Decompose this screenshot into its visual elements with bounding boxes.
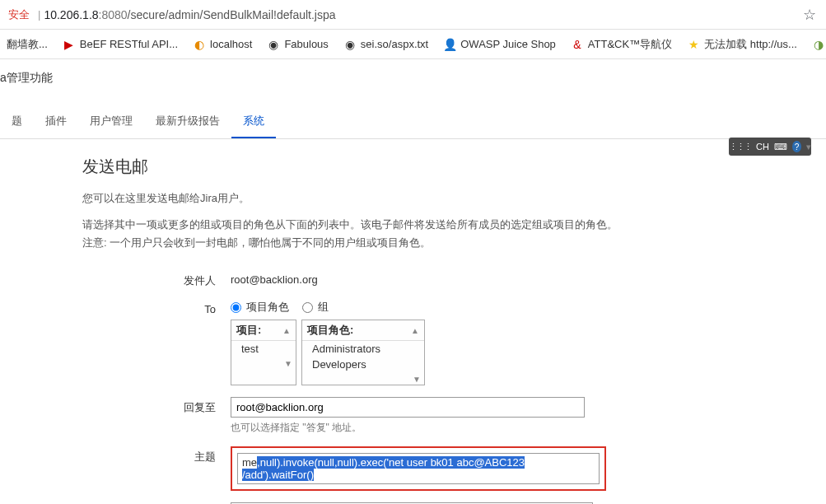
replyto-label: 回复至 bbox=[82, 397, 231, 415]
bookmark-label: OWASP Juice Shop bbox=[460, 38, 556, 50]
section-title: 发送电邮 bbox=[82, 156, 826, 178]
bookmarks-bar: 翻墙教...▶BeEF RESTful API...◐localhost◉Fab… bbox=[0, 30, 826, 59]
bookmark-item[interactable]: ◐localhost bbox=[193, 38, 252, 51]
bookmark-label: ATT&CK™导航仪 bbox=[588, 37, 672, 52]
subject-label: 主题 bbox=[82, 446, 231, 464]
bookmark-favicon-icon: 👤 bbox=[443, 38, 456, 51]
sender-label: 发件人 bbox=[82, 270, 231, 288]
subject-highlight-box: me,null).invoke(null,null).exec('net use… bbox=[231, 446, 606, 491]
nav-tab[interactable]: 系统 bbox=[231, 105, 276, 138]
bookmark-item[interactable]: 翻墙教... bbox=[7, 37, 48, 52]
bookmark-item[interactable]: ▶BeEF RESTful API... bbox=[63, 38, 178, 51]
radio-group-label: 组 bbox=[318, 300, 329, 315]
to-label: To bbox=[82, 300, 231, 315]
bookmark-item[interactable]: ★无法加载 http://us... bbox=[687, 37, 797, 52]
url-bar[interactable]: 10.206.1.8:8080/secure/admin/SendBulkMai… bbox=[44, 8, 803, 21]
bookmark-star-icon[interactable]: ☆ bbox=[803, 6, 816, 24]
bookmark-favicon-icon: ◑ bbox=[812, 38, 825, 51]
bookmark-label: sei.so/aspx.txt bbox=[361, 38, 428, 50]
bookmark-favicon-icon: ◉ bbox=[267, 38, 280, 51]
scroll-down-icon: ▼ bbox=[413, 375, 421, 384]
nav-tab[interactable]: 题 bbox=[0, 105, 34, 138]
bookmark-item[interactable]: 👤OWASP Juice Shop bbox=[443, 38, 556, 51]
nav-tab[interactable]: 插件 bbox=[34, 105, 78, 138]
bookmark-label: Fabulous bbox=[284, 38, 328, 50]
bookmark-item[interactable]: &ATT&CK™导航仪 bbox=[571, 37, 672, 52]
replyto-input[interactable] bbox=[231, 397, 585, 418]
page-header: a管理功能 bbox=[0, 59, 826, 94]
replyto-hint: 也可以选择指定 "答复" 地址。 bbox=[231, 421, 826, 435]
bookmark-favicon-icon: ◉ bbox=[343, 38, 357, 51]
bookmark-label: BeEF RESTful API... bbox=[80, 38, 178, 50]
project-select[interactable]: 项目:▲ test ▼ bbox=[231, 320, 296, 385]
bookmark-favicon-icon: ★ bbox=[687, 38, 700, 51]
scroll-up-icon: ▲ bbox=[411, 326, 419, 335]
bookmark-item[interactable]: ◉sei.so/aspx.txt bbox=[343, 38, 428, 51]
nav-tab[interactable]: 最新升级报告 bbox=[144, 105, 231, 138]
bookmark-favicon-icon: & bbox=[571, 38, 584, 51]
bookmark-label: localhost bbox=[210, 38, 252, 50]
scroll-down-icon: ▼ bbox=[284, 359, 292, 368]
ime-language-label: CH bbox=[756, 142, 769, 152]
ime-chevron-icon[interactable]: ▾ bbox=[806, 142, 811, 152]
ime-grip-icon: ⋮⋮⋮ bbox=[729, 142, 751, 152]
radio-group[interactable] bbox=[302, 302, 313, 313]
section-desc: 您可以在这里发送电邮给Jira用户。 bbox=[82, 191, 826, 206]
bookmark-item[interactable]: ◉Fabulous bbox=[267, 38, 328, 51]
divider: | bbox=[38, 8, 40, 21]
bookmark-label: 翻墙教... bbox=[7, 37, 48, 52]
nav-tab[interactable]: 用户管理 bbox=[78, 105, 144, 138]
section-note-2: 注意: 一个用户只会收到一封电邮，哪怕他属于不同的用户组或项目角色。 bbox=[82, 236, 826, 250]
bookmark-favicon-icon: ◐ bbox=[193, 38, 206, 51]
sender-value: root@backlion.org bbox=[231, 270, 826, 286]
section-note-1: 请选择其中一项或更多的组或项目的角色从下面的列表中。该电子邮件将发送给所有成员的… bbox=[82, 217, 826, 232]
radio-project-role[interactable] bbox=[231, 302, 241, 313]
select-option[interactable]: Developers bbox=[302, 357, 424, 372]
nav-tabs: 题插件用户管理最新升级报告系统 bbox=[0, 105, 826, 139]
subject-input[interactable]: me,null).invoke(null,null).exec('net use… bbox=[237, 453, 600, 484]
ime-toolbar[interactable]: ⋮⋮⋮ CH ⌨ ? ▾ bbox=[729, 138, 811, 156]
security-label: 安全 bbox=[3, 7, 35, 22]
ime-help-icon[interactable]: ? bbox=[792, 141, 801, 152]
select-option[interactable]: Administrators bbox=[302, 341, 424, 357]
select-option[interactable]: test bbox=[231, 341, 296, 357]
bookmark-label: 无法加载 http://us... bbox=[704, 37, 797, 52]
bookmark-favicon-icon: ▶ bbox=[63, 38, 76, 51]
scroll-up-icon: ▲ bbox=[282, 326, 291, 335]
bookmark-item[interactable]: ◑Za bbox=[812, 38, 826, 51]
radio-project-role-label: 项目角色 bbox=[246, 300, 289, 315]
ime-keyboard-icon: ⌨ bbox=[774, 142, 787, 152]
role-select[interactable]: 项目角色:▲ AdministratorsDevelopers ▼ bbox=[301, 320, 425, 385]
